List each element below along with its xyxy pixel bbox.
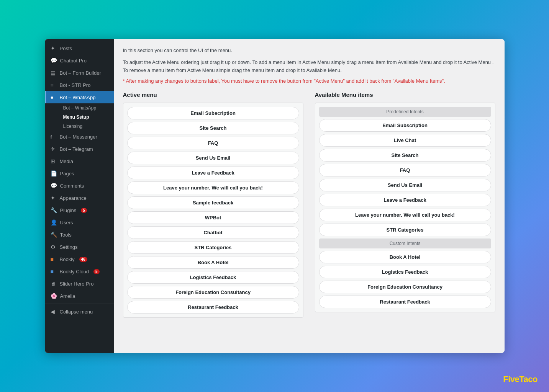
available-menu-item[interactable]: Live Chat (319, 134, 491, 147)
main-content: In this section you can control the UI o… (114, 39, 505, 353)
bookly-cloud-icon: ■ (51, 268, 57, 274)
sidebar-item-media[interactable]: ⊞ Media (45, 155, 114, 167)
sidebar-item-settings[interactable]: ⚙ Settings (45, 241, 114, 253)
sidebar-item-comments[interactable]: 💬 Comments (45, 180, 114, 192)
active-menu-item[interactable]: Logistics Feedback (127, 271, 299, 284)
sidebar-submenu-item-menu-setup[interactable]: Menu Setup (59, 113, 114, 122)
sidebar-item-label: Settings (60, 244, 78, 250)
active-menu-item[interactable]: Site Search (127, 122, 299, 134)
sidebar-item-collapse[interactable]: ◀ Collapse menu (45, 305, 114, 318)
sidebar-item-label: Pages (60, 171, 74, 176)
sidebar-item-label: Plugins (60, 207, 77, 213)
active-menu-item[interactable]: Sample feedback (127, 196, 299, 209)
sidebar-item-plugins[interactable]: 🔧 Plugins 5 (45, 204, 114, 216)
settings-icon: ⚙ (51, 244, 57, 250)
str-pro-icon: ≡ (51, 82, 57, 88)
description-line2: To adjust the Active Menu ordering just … (123, 59, 495, 75)
sidebar-item-chatbot-pro[interactable]: 💬 Chatbot Pro (45, 54, 114, 67)
appearance-icon: ✦ (51, 195, 57, 201)
sidebar-item-bot-messenger[interactable]: f Bot – Messenger (45, 131, 114, 143)
available-menu-item[interactable]: Foreign Education Consultancy (319, 281, 491, 293)
active-menu-item[interactable]: WPBot (127, 211, 299, 224)
telegram-icon: ✈ (51, 146, 57, 152)
sidebar-item-bot-form-builder[interactable]: ▤ Bot – Form Builder (45, 67, 114, 79)
active-menu-title: Active menu (123, 91, 303, 98)
sidebar-item-tools[interactable]: 🔨 Tools (45, 229, 114, 241)
active-menu-item[interactable]: Chatbot (127, 226, 299, 239)
bookly-badge: 46 (79, 257, 87, 262)
active-menu-item[interactable]: Leave your number. We will call you back… (127, 181, 299, 194)
bookly-cloud-badge: 5 (93, 269, 100, 274)
bookly-icon: ■ (51, 256, 57, 262)
sidebar-item-label: Appearance (60, 195, 87, 201)
whatsapp-submenu: Bot – WhatsApp Menu Setup Licensing (45, 103, 114, 131)
active-menu-list[interactable]: Email SubscriptionSite SearchFAQSend Us … (123, 103, 303, 318)
chatbot-icon: 💬 (51, 57, 57, 64)
branding: FiveTaco (503, 374, 538, 384)
sidebar: ✦ Posts 💬 Chatbot Pro ▤ Bot – Form Build… (45, 39, 114, 353)
sidebar-divider (45, 304, 114, 304)
whatsapp-icon: ● (51, 94, 57, 100)
available-menu-item[interactable]: Logistics Feedback (319, 266, 491, 278)
sidebar-item-users[interactable]: 👤 Users (45, 216, 114, 229)
tools-icon: 🔨 (51, 232, 57, 238)
plugins-badge: 5 (81, 208, 87, 213)
active-menu-item[interactable]: Send Us Email (127, 152, 299, 164)
menus-container: Active menu Email SubscriptionSite Searc… (123, 91, 495, 318)
sidebar-item-pages[interactable]: 📄 Pages (45, 167, 114, 180)
comments-icon: 💬 (51, 183, 57, 189)
sidebar-item-label: Amelia (60, 293, 75, 299)
menu-category-label: Predefined Intents (319, 107, 491, 117)
sidebar-item-label: Bookly Cloud (60, 269, 89, 274)
sidebar-item-label: Comments (60, 183, 84, 189)
sidebar-item-label: Media (60, 158, 73, 164)
sidebar-item-bot-telegram[interactable]: ✈ Bot – Telegram (45, 143, 114, 155)
available-menu-item[interactable]: Site Search (319, 149, 491, 162)
posts-icon: ✦ (51, 45, 57, 51)
available-menu-item[interactable]: STR Categories (319, 224, 491, 236)
sidebar-item-posts[interactable]: ✦ Posts (45, 42, 114, 54)
users-icon: 👤 (51, 219, 57, 225)
pages-icon: 📄 (51, 170, 57, 176)
sidebar-item-label: Bot – WhatsApp (60, 95, 96, 100)
sidebar-item-label: Bot - STR Pro (60, 82, 91, 88)
available-menu-item[interactable]: Email Subscription (319, 119, 491, 132)
active-menu-item[interactable]: Email Subscription (127, 107, 299, 119)
sidebar-item-label: Collapse menu (60, 309, 93, 315)
active-menu-section: Active menu Email SubscriptionSite Searc… (123, 91, 303, 318)
slider-icon: 🖥 (51, 281, 57, 287)
available-menu-item[interactable]: Book A Hotel (319, 251, 491, 263)
collapse-icon: ◀ (51, 309, 57, 315)
messenger-icon: f (51, 134, 57, 140)
branding-normal: Five (503, 374, 519, 384)
sidebar-item-amelia[interactable]: 🌸 Amelia (45, 290, 114, 302)
available-menu-item[interactable]: FAQ (319, 164, 491, 176)
amelia-icon: 🌸 (51, 293, 57, 299)
active-menu-item[interactable]: Restaurant Feedback (127, 301, 299, 314)
active-menu-item[interactable]: FAQ (127, 137, 299, 149)
sidebar-item-bot-str-pro[interactable]: ≡ Bot - STR Pro (45, 79, 114, 91)
sidebar-submenu-item-whatsapp[interactable]: Bot – WhatsApp (59, 103, 114, 113)
available-menu-section: Available Menu items Predefined IntentsE… (315, 91, 495, 318)
sidebar-item-label: Bot – Telegram (60, 146, 93, 152)
sidebar-submenu-item-licensing[interactable]: Licensing (59, 122, 114, 131)
active-menu-item[interactable]: STR Categories (127, 241, 299, 254)
available-menu-item[interactable]: Restaurant Feedback (319, 296, 491, 308)
active-menu-item[interactable]: Foreign Education Consultancy (127, 286, 299, 299)
description-line1: In this section you can control the UI o… (123, 47, 495, 55)
available-menu-item[interactable]: Leave a Feedback (319, 194, 491, 206)
active-menu-item[interactable]: Book A Hotel (127, 256, 299, 269)
sidebar-item-slider-hero-pro[interactable]: 🖥 Slider Hero Pro (45, 278, 114, 290)
sidebar-item-bookly[interactable]: ■ Bookly 46 (45, 253, 114, 265)
media-icon: ⊞ (51, 158, 57, 164)
available-menu-item[interactable]: Leave your number. We will call you back… (319, 209, 491, 221)
active-menu-item[interactable]: Leave a Feedback (127, 167, 299, 179)
sidebar-item-appearance[interactable]: ✦ Appearance (45, 192, 114, 204)
sidebar-item-bot-whatsapp[interactable]: ● Bot – WhatsApp (45, 91, 114, 103)
available-menu-item[interactable]: Send Us Email (319, 179, 491, 191)
sidebar-item-bookly-cloud[interactable]: ■ Bookly Cloud 5 (45, 265, 114, 278)
sidebar-item-label: Tools (60, 232, 72, 238)
sidebar-item-label: Bot – Form Builder (60, 70, 101, 76)
available-menu-list[interactable]: Predefined IntentsEmail SubscriptionLive… (315, 103, 495, 312)
menu-category-label: Custom Intents (319, 238, 491, 248)
